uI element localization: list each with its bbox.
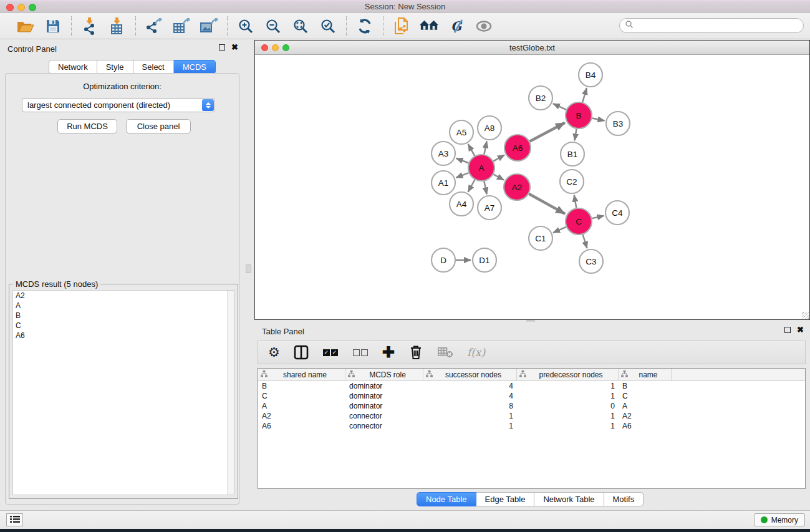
run-mcds-button[interactable]: Run MCDS — [57, 119, 117, 133]
node-C2[interactable]: C2 — [560, 170, 584, 193]
node-B[interactable]: B — [566, 102, 592, 128]
node-A3[interactable]: A3 — [432, 142, 455, 165]
table-row[interactable]: A6connector11A6 — [258, 421, 805, 431]
node-A7[interactable]: A7 — [478, 196, 501, 220]
close-table-panel-icon[interactable]: ✖ — [797, 327, 804, 333]
result-list-item[interactable]: A — [13, 301, 234, 311]
node-C3[interactable]: C3 — [579, 249, 603, 273]
eye-toggle-icon[interactable] — [475, 17, 493, 36]
edge-A2-C[interactable] — [529, 194, 565, 214]
edge-A-A1[interactable] — [456, 173, 468, 178]
function-builder-icon[interactable]: f(x) — [467, 344, 485, 360]
node-A2[interactable]: A2 — [504, 174, 530, 200]
node-D1[interactable]: D1 — [473, 248, 496, 272]
edge-B-B1[interactable] — [575, 129, 577, 141]
column-header-predecessor-nodes[interactable]: predecessor nodes — [517, 369, 619, 380]
edge-A-A5[interactable] — [468, 144, 475, 156]
edge-B-B3[interactable] — [592, 118, 605, 120]
edge-A-A3[interactable] — [456, 158, 469, 163]
columns-icon[interactable] — [294, 344, 309, 360]
vertical-splitter-handle[interactable] — [246, 264, 251, 273]
node-C1[interactable]: C1 — [529, 226, 552, 250]
tab-network-table[interactable]: Network Table — [534, 492, 604, 506]
criterion-dropdown[interactable]: largest connected component (directed) — [22, 98, 215, 112]
search-input[interactable] — [634, 20, 803, 31]
gear-icon[interactable]: ⚙ — [268, 344, 280, 360]
tab-select[interactable]: Select — [133, 60, 174, 74]
node-B2[interactable]: B2 — [529, 86, 552, 110]
result-list-item[interactable]: B — [13, 311, 234, 321]
tab-edge-table[interactable]: Edge Table — [476, 492, 535, 506]
deselect-checkboxes-icon[interactable] — [352, 344, 369, 360]
tab-style[interactable]: Style — [97, 60, 133, 74]
node-A4[interactable]: A4 — [450, 192, 473, 216]
float-table-panel-icon[interactable] — [784, 327, 791, 333]
export-table-icon[interactable] — [172, 17, 191, 36]
node-A[interactable]: A — [468, 155, 494, 181]
network-graph[interactable]: AA1A3A4A5A7A8A6A2BB1B2B3B4CC1C2C3C4DD1 — [255, 55, 809, 319]
zoom-fit-icon[interactable] — [291, 17, 310, 36]
result-list-item[interactable]: A6 — [13, 331, 234, 341]
edge-A-A7[interactable] — [484, 181, 486, 195]
edge-C-C2[interactable] — [574, 195, 577, 208]
zoom-in-icon[interactable] — [236, 17, 255, 36]
column-header-name[interactable]: name — [619, 369, 672, 380]
node-D[interactable]: D — [432, 248, 455, 272]
table-row[interactable]: Bdominator41B — [258, 381, 805, 391]
edge-A-A4[interactable] — [468, 180, 475, 191]
node-table[interactable]: shared nameMCDS rolesuccessor nodesprede… — [258, 368, 806, 489]
node-B1[interactable]: B1 — [561, 142, 584, 166]
node-B3[interactable]: B3 — [606, 112, 630, 135]
edge-C-C3[interactable] — [583, 235, 587, 248]
node-A5[interactable]: A5 — [450, 120, 473, 144]
mcds-result-list[interactable]: A2ABCA6 — [12, 290, 234, 495]
zoom-selected-icon[interactable] — [319, 17, 337, 36]
edge-C-C4[interactable] — [592, 216, 604, 218]
edge-A-A2[interactable] — [493, 175, 504, 180]
save-icon[interactable] — [44, 17, 62, 36]
table-row[interactable]: Cdominator41C — [258, 391, 805, 401]
result-list-item[interactable]: C — [13, 321, 234, 331]
tab-motifs[interactable]: Motifs — [604, 492, 644, 506]
edge-B-B2[interactable] — [553, 104, 566, 110]
open-folder-icon[interactable] — [16, 17, 35, 36]
tab-network[interactable]: Network — [49, 60, 97, 74]
home-browser-icon[interactable] — [420, 17, 438, 36]
node-A6[interactable]: A6 — [504, 135, 531, 161]
select-all-checkboxes-icon[interactable]: ✓✓ — [322, 344, 339, 360]
edge-A-A8[interactable] — [484, 142, 486, 155]
delete-table-icon[interactable] — [437, 344, 453, 360]
table-row[interactable]: Adominator80A — [258, 401, 805, 411]
close-panel-button[interactable]: Close panel — [126, 119, 191, 133]
node-C4[interactable]: C4 — [605, 201, 629, 225]
refresh-icon[interactable] — [355, 17, 374, 36]
export-image-icon[interactable] — [200, 17, 218, 36]
import-table-icon[interactable] — [108, 17, 127, 36]
memory-button[interactable]: Memory — [754, 513, 805, 526]
node-A8[interactable]: A8 — [478, 116, 501, 140]
search-field[interactable] — [619, 18, 804, 33]
export-network-icon[interactable] — [145, 17, 163, 36]
delete-column-icon[interactable] — [408, 344, 423, 360]
column-header-MCDS-role[interactable]: MCDS role — [345, 369, 423, 380]
tab-mcds[interactable]: MCDS — [174, 60, 216, 74]
task-history-button[interactable] — [6, 513, 23, 526]
import-network-icon[interactable] — [80, 17, 99, 36]
close-panel-icon[interactable]: ✖ — [231, 44, 238, 51]
edge-A6-B[interactable] — [529, 123, 564, 142]
node-B4[interactable]: B4 — [579, 63, 602, 87]
node-C[interactable]: C — [566, 208, 592, 235]
node-A1[interactable]: A1 — [432, 171, 455, 195]
add-column-icon[interactable]: ✚ — [382, 344, 395, 360]
table-row[interactable]: A2connector11A2 — [258, 411, 805, 421]
result-list-item[interactable]: A2 — [13, 291, 234, 301]
zoom-out-icon[interactable] — [264, 17, 282, 36]
column-header-shared-name[interactable]: shared name — [258, 369, 345, 380]
edge-A-A6[interactable] — [493, 155, 504, 162]
network-file-icon[interactable] — [392, 17, 411, 36]
edge-C-C1[interactable] — [553, 227, 566, 233]
window-resize-grip[interactable] — [802, 312, 809, 319]
network-canvas[interactable]: AA1A3A4A5A7A8A6A2BB1B2B3B4CC1C2C3C4DD1 — [255, 55, 809, 319]
annotation-toggle-icon[interactable]: G — [447, 17, 466, 36]
edge-B-B4[interactable] — [582, 88, 587, 102]
